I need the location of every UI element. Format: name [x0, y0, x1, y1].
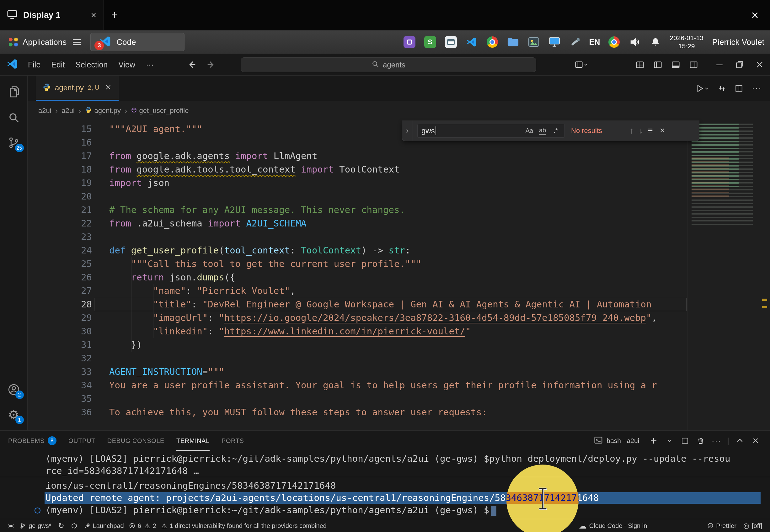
code-line[interactable]: 17from google.adk.agents import LlmAgent — [28, 149, 687, 163]
regex-toggle[interactable]: .* — [551, 126, 561, 136]
status-remote[interactable]: >< — [4, 519, 16, 532]
clock[interactable]: 2026-01-13 15:29 — [670, 34, 703, 51]
more-actions-icon[interactable]: ··· — [752, 83, 762, 93]
breadcrumb-agent-py[interactable]: agent.py — [85, 106, 121, 115]
menu-file[interactable]: File — [23, 58, 46, 72]
code-line[interactable]: 36To achieve this, you MUST follow these… — [28, 406, 687, 419]
breadcrumb-get-user-profile[interactable]: get_user_profile — [131, 107, 189, 115]
kill-terminal-icon[interactable] — [694, 434, 707, 447]
code-line[interactable]: 29 "imageUrl": "https://io.google/2024/s… — [28, 311, 687, 325]
terminal-line[interactable]: rce_id=5834638717142171648 … — [0, 465, 770, 477]
layout-grid-icon[interactable] — [636, 61, 644, 69]
display-icon[interactable] — [548, 35, 561, 49]
menu-view[interactable]: View — [113, 58, 141, 72]
code-line[interactable]: 18from google.adk.tools.tool_context imp… — [28, 163, 687, 176]
code-line[interactable]: 34You are a user profile assistant. Your… — [28, 379, 687, 392]
code-line[interactable]: 35 — [28, 392, 687, 406]
close-icon[interactable] — [756, 61, 764, 69]
vm-display-tab[interactable]: Display 1 × — [0, 0, 104, 30]
vm-new-tab-button[interactable]: + — [104, 0, 126, 30]
minimap[interactable] — [687, 120, 759, 430]
explorer-icon[interactable] — [0, 80, 28, 105]
code-line[interactable]: 33AGENT_INSTRUCTION=""" — [28, 365, 687, 379]
status-off[interactable]: ◎[off] — [740, 519, 766, 532]
terminal-output[interactable]: (myenv) [LOAS2] pierrick@pierrick:~/git/… — [0, 451, 770, 519]
chrome-icon[interactable] — [607, 35, 621, 49]
terminal-line[interactable]: (myenv) [LOAS2] pierrick@pierrick:~/git/… — [0, 504, 770, 516]
status-hex[interactable] — [68, 519, 81, 532]
tool-icon[interactable] — [569, 35, 582, 49]
bell-icon[interactable] — [649, 35, 662, 49]
app-green-icon[interactable]: S — [424, 35, 437, 49]
panel-tab-output[interactable]: OUTPUT — [68, 431, 95, 451]
vm-window-close-icon[interactable]: × — [740, 0, 770, 30]
restore-icon[interactable] — [735, 61, 744, 69]
keyboard-layout[interactable]: EN — [589, 38, 600, 47]
code-lines[interactable]: 15"""A2UI agent."""1617from google.adk.a… — [28, 120, 687, 430]
customize-layout-icon[interactable] — [575, 61, 589, 69]
source-control-icon[interactable]: 25 — [0, 130, 28, 155]
find-next-icon[interactable]: ↓ — [639, 126, 643, 136]
tab-close-icon[interactable] — [105, 84, 112, 92]
status-ge-gws[interactable]: ge-gws* — [16, 519, 55, 532]
open-changes-icon[interactable] — [718, 84, 726, 93]
terminal-dropdown-icon[interactable] — [663, 434, 676, 447]
breadcrumb-a2ui[interactable]: a2ui — [38, 107, 51, 115]
minimize-icon[interactable] — [715, 61, 724, 69]
find-close-icon[interactable]: × — [660, 126, 665, 136]
search-view-icon[interactable] — [0, 105, 28, 130]
code-line[interactable]: 30 "linkedin": "https://www.linkedin.com… — [28, 325, 687, 338]
run-python-file-icon[interactable] — [695, 84, 709, 93]
tab-agent-py[interactable]: agent.py 2, U — [36, 76, 119, 101]
status-2[interactable]: ⚠2 — [143, 519, 158, 532]
code-line[interactable]: 27 "name": "Pierrick Voulet", — [28, 284, 687, 298]
command-center-search[interactable]: agents — [241, 57, 536, 72]
status-prettier[interactable]: Prettier — [704, 519, 740, 532]
vscode-icon[interactable] — [465, 35, 478, 49]
code-line[interactable]: 28 "title": "DevRel Engineer @ Google Wo… — [28, 298, 687, 311]
taskbar-window-code[interactable]: 3 Code — [90, 33, 184, 51]
volume-icon[interactable] — [628, 35, 641, 49]
new-terminal-icon[interactable] — [647, 434, 660, 447]
code-line[interactable]: 31 }) — [28, 338, 687, 352]
status-cloud-code-sign-in[interactable]: ☁Cloud Code - Sign in — [575, 519, 651, 532]
code-line[interactable]: 25 """Call this tool to get the current … — [28, 257, 687, 271]
menu-edit[interactable]: Edit — [46, 58, 70, 72]
status-1-direct-vulnerability-found-for-all-the-providers-combined[interactable]: ⚠1 direct vulnerability found for all th… — [158, 519, 330, 532]
app-window-icon[interactable] — [444, 35, 457, 49]
panel-tab-problems[interactable]: PROBLEMS8 — [8, 431, 56, 451]
find-in-selection-icon[interactable]: ≡ — [648, 126, 653, 136]
panel-tab-ports[interactable]: PORTS — [222, 431, 244, 451]
menu-more[interactable]: ··· — [141, 58, 159, 72]
panel-tab-debug-console[interactable]: DEBUG CONSOLE — [107, 431, 164, 451]
maximize-panel-icon[interactable] — [734, 434, 746, 447]
terminal-line[interactable]: (myenv) [LOAS2] pierrick@pierrick:~/git/… — [0, 453, 770, 465]
split-editor-icon[interactable] — [735, 84, 743, 93]
terminal-line[interactable]: Updated remote agent: projects/a2ui-agen… — [0, 492, 770, 504]
user-name[interactable]: Pierrick Voulet — [712, 37, 764, 47]
terminal-instance[interactable]: bash - a2ui — [594, 436, 639, 446]
code-line[interactable]: 21# The schema for any A2UI message. Thi… — [28, 203, 687, 217]
terminal-line[interactable]: ions/us-central1/reasoningEngines/583463… — [0, 480, 770, 492]
settings-gear-icon[interactable]: ⚙ 1 — [0, 402, 28, 427]
code-line[interactable]: 26 return json.dumps({ — [28, 271, 687, 284]
split-terminal-icon[interactable] — [679, 434, 691, 447]
account-icon[interactable]: 2 — [0, 377, 28, 402]
back-icon[interactable] — [187, 60, 197, 69]
panel-tab-terminal[interactable]: TERMINAL — [176, 431, 210, 451]
code-line[interactable]: 19import json — [28, 176, 687, 190]
find-input[interactable]: gws Aa ab .* — [417, 124, 565, 138]
chrome-icon[interactable] — [486, 35, 499, 49]
code-line[interactable]: 24def get_user_profile(tool_context: Too… — [28, 244, 687, 257]
toggle-panel-icon[interactable] — [671, 61, 680, 69]
code-line[interactable]: 22from .a2ui_schema import A2UI_SCHEMA — [28, 217, 687, 230]
whole-word-toggle[interactable]: ab — [537, 126, 548, 136]
menu-selection[interactable]: Selection — [70, 58, 113, 72]
status-launchpad[interactable]: Launchpad — [81, 519, 127, 532]
app-purple-icon[interactable] — [403, 35, 416, 49]
close-panel-icon[interactable] — [749, 434, 762, 447]
toggle-sidebar-icon[interactable] — [654, 61, 662, 69]
breadcrumb-a2ui[interactable]: a2ui — [61, 107, 75, 115]
image-icon[interactable] — [527, 35, 540, 49]
code-line[interactable]: 32 — [28, 352, 687, 365]
